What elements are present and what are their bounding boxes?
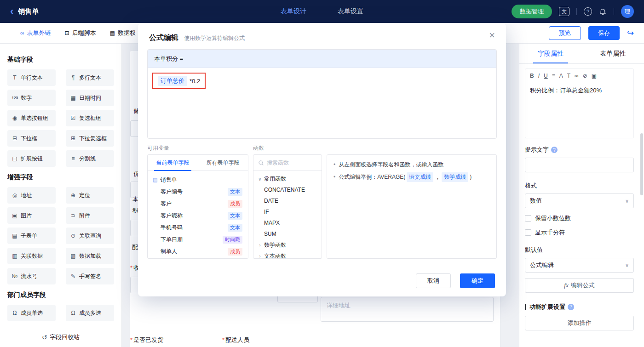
- tree-node-form[interactable]: ▤ 销售单: [148, 174, 248, 186]
- confirm-button[interactable]: 确定: [460, 273, 495, 288]
- variable-customer-id[interactable]: 客户编号 文本: [148, 186, 248, 198]
- sidebar-item-radio-group[interactable]: ◉单选按钮组: [7, 110, 56, 126]
- unlink-icon[interactable]: ⊘: [583, 73, 587, 79]
- sidebar-item-extend-button[interactable]: ▢扩展按钮: [7, 150, 56, 167]
- function-item-concatenate[interactable]: CONCATENATE: [253, 184, 322, 195]
- save-button[interactable]: 保存: [588, 26, 620, 40]
- field-recycle-bin[interactable]: ↺ 字段回收站: [0, 327, 121, 347]
- tab-field-properties[interactable]: 字段属性: [519, 44, 582, 63]
- function-item-if[interactable]: IF: [253, 206, 322, 217]
- function-group-common[interactable]: ∨ 常用函数: [253, 173, 322, 184]
- sidebar-item-single-line-text[interactable]: T单行文本: [7, 69, 56, 86]
- sidebar-item-subform[interactable]: ▤子表单: [7, 228, 56, 244]
- tab-form-properties[interactable]: 表单属性: [582, 44, 644, 63]
- sidebar-item-image[interactable]: ▣图片: [7, 207, 56, 224]
- toolbar-item-label: 后端脚本: [72, 29, 96, 37]
- tab-form-design[interactable]: 表单设计: [281, 7, 306, 16]
- close-icon[interactable]: ×: [489, 30, 495, 40]
- insert-image-icon[interactable]: ▣: [592, 73, 597, 79]
- sidebar-item-dropdown-multi[interactable]: ⊞下拉复选框: [66, 130, 114, 147]
- tab-all-form-fields[interactable]: 所有表单字段: [198, 155, 248, 171]
- sidebar-item-data-load[interactable]: ▨数据加载: [66, 248, 114, 264]
- detail-address-textarea[interactable]: 详细地址: [321, 297, 494, 322]
- variable-customer-nickname[interactable]: 客户昵称 文本: [148, 210, 248, 222]
- share-icon[interactable]: ↪: [627, 28, 634, 38]
- function-search[interactable]: [253, 155, 322, 171]
- item-label: 数据加载: [79, 252, 101, 260]
- font-size-icon[interactable]: T: [567, 73, 570, 79]
- function-search-input[interactable]: [267, 159, 313, 166]
- decimal-places-checkbox[interactable]: 保留小数位数: [525, 214, 634, 222]
- notification-bell-icon[interactable]: [599, 8, 607, 16]
- variable-order-creator[interactable]: 制单人 成员: [148, 245, 248, 257]
- help-icon[interactable]: ?: [584, 7, 592, 16]
- formula-editor[interactable]: 本单积分 = 订单总价 *0.2: [147, 49, 497, 139]
- hint-text-input[interactable]: [525, 158, 634, 172]
- scrollbar-thumb[interactable]: [640, 133, 643, 195]
- italic-icon[interactable]: I: [538, 73, 540, 79]
- sidebar-item-checkbox-group[interactable]: ☑复选框组: [66, 110, 114, 126]
- field-palette-scroll: 基础字段 T单行文本 ¶多行文本 123数字 ▦日期时间 ◉单选按钮组 ☑复选框…: [0, 44, 121, 344]
- formula-variable-chip[interactable]: 订单总价: [158, 76, 187, 86]
- function-item-sum[interactable]: SUM: [253, 228, 322, 239]
- data-permission-button[interactable]: ▤ 数据权: [110, 29, 136, 37]
- sidebar-item-dropdown[interactable]: ⊟下拉框: [7, 130, 56, 147]
- data-manage-button[interactable]: 数据管理: [512, 5, 552, 18]
- align-icon[interactable]: ≡: [552, 73, 555, 79]
- function-item-mapx[interactable]: MAPX: [253, 217, 322, 228]
- item-label: 关联数据: [21, 252, 43, 260]
- tab-current-form-fields[interactable]: 当前表单字段: [148, 155, 198, 171]
- variable-customer[interactable]: 客户 成员: [148, 198, 248, 210]
- function-group-math[interactable]: › 数学函数: [253, 239, 322, 250]
- checkbox-icon[interactable]: [525, 215, 531, 222]
- sidebar-item-attachment[interactable]: ⊃附件: [66, 207, 114, 224]
- thousands-separator-checkbox[interactable]: 显示千分符: [525, 228, 634, 237]
- sidebar-item-datetime[interactable]: ▦日期时间: [66, 90, 114, 106]
- formula-body[interactable]: 订单总价 *0.2: [148, 68, 496, 94]
- add-action-button[interactable]: 添加操作: [525, 316, 634, 330]
- sidebar-item-related-data[interactable]: ▥关联数据: [7, 248, 56, 264]
- sidebar-item-number[interactable]: 123数字: [7, 90, 56, 106]
- preview-button[interactable]: 预览: [549, 26, 581, 40]
- sidebar-item-member-single[interactable]: Ω成员单选: [7, 305, 56, 321]
- underline-icon[interactable]: U: [544, 73, 548, 79]
- field-description-text[interactable]: 积分比例：订单总金额20%: [530, 86, 629, 95]
- sidebar-item-multi-line-text[interactable]: ¶多行文本: [66, 69, 114, 86]
- function-item-date[interactable]: DATE: [253, 195, 322, 206]
- font-color-icon[interactable]: A: [559, 73, 563, 79]
- sidebar-item-signature[interactable]: ✎手写签名: [66, 268, 114, 284]
- variable-order-date[interactable]: 下单日期 时间戳: [148, 233, 248, 245]
- bold-icon[interactable]: B: [530, 73, 534, 79]
- tab-form-settings[interactable]: 表单设置: [338, 7, 363, 16]
- group-label: 文本函数: [264, 252, 286, 259]
- edit-formula-button[interactable]: fx 编辑公式: [525, 278, 634, 293]
- language-icon[interactable]: 文: [559, 7, 569, 16]
- formula-target-label: 本单积分 =: [154, 55, 183, 63]
- sidebar-item-member-multi[interactable]: Ω成员多选: [66, 305, 114, 321]
- sidebar-item-divider[interactable]: ≡分割线: [66, 150, 114, 167]
- sidebar-item-serial-number[interactable]: №流水号: [7, 268, 56, 284]
- item-label: 附件: [79, 212, 90, 220]
- function-group-text[interactable]: › 文本函数: [253, 250, 322, 259]
- sidebar-item-location[interactable]: ⊕定位: [66, 187, 114, 204]
- sidebar-item-address[interactable]: ◎地址: [7, 187, 56, 204]
- link-icon[interactable]: ∞: [575, 73, 579, 79]
- sidebar-item-related-query[interactable]: ⊙关联查询: [66, 228, 114, 244]
- form-external-link-button[interactable]: ∞ 表单外链: [20, 29, 51, 37]
- format-select[interactable]: 数值 ∨: [525, 193, 634, 208]
- label-text: 格式: [525, 182, 537, 190]
- question-badge-icon[interactable]: ?: [568, 304, 574, 310]
- checkbox-icon[interactable]: [525, 229, 531, 236]
- field-description-editor[interactable]: B I U ≡ A T ∞ ⊘ ▣ 积分比例：订单总金额20%: [525, 68, 634, 138]
- cancel-button[interactable]: 取消: [416, 273, 451, 288]
- variable-phone-number[interactable]: 手机号码 文本: [148, 222, 248, 233]
- type-tag-timestamp: 时间戳: [223, 236, 242, 244]
- backend-script-button[interactable]: ⊡ 后端脚本: [65, 29, 96, 37]
- question-badge-icon[interactable]: ?: [551, 147, 558, 153]
- back-icon[interactable]: ‹: [10, 6, 13, 17]
- default-value-select[interactable]: 公式编辑 ∨: [525, 258, 634, 273]
- subform-icon: ▤: [11, 233, 19, 239]
- item-label: 单行文本: [21, 74, 43, 82]
- number-icon: 123: [11, 96, 19, 100]
- avatar[interactable]: 理: [621, 5, 634, 18]
